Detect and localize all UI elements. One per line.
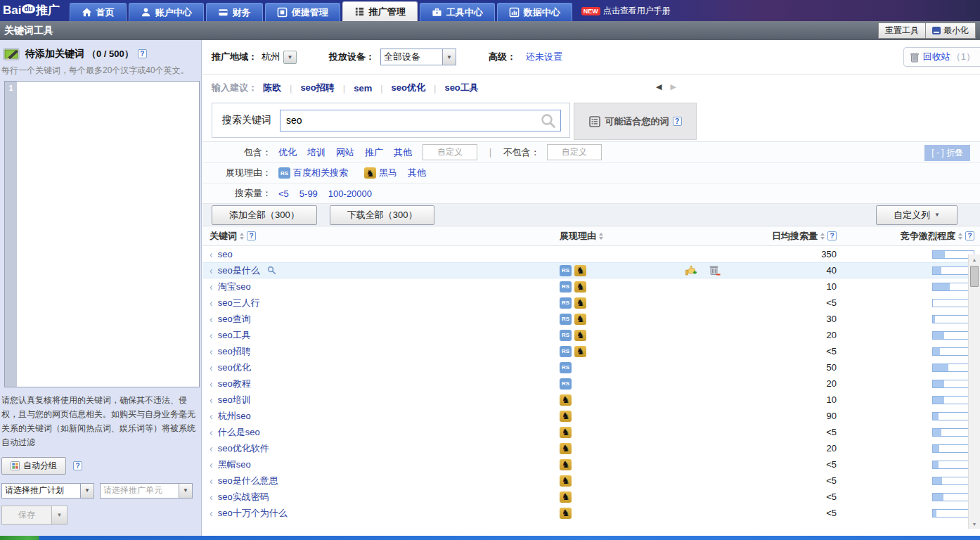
table-row[interactable]: ‹ 黑帽seo ♞ <5 (202, 456, 980, 472)
table-row[interactable]: ‹ 什么是seo ♞ <5 (202, 424, 980, 440)
help-icon[interactable]: ? (138, 49, 147, 58)
table-row[interactable]: ‹ seo是什么意思 ♞ <5 (202, 472, 980, 489)
help-icon[interactable]: ? (73, 461, 82, 470)
include-filter-link[interactable]: 网站 (336, 146, 354, 159)
sort-icon[interactable] (240, 233, 244, 240)
table-row[interactable]: ‹ seo实战密码 ♞ <5 (202, 489, 980, 505)
sort-icon[interactable] (599, 233, 603, 240)
add-all-button[interactable]: 添加全部（300） (212, 205, 317, 225)
keyword-link[interactable]: seo十万个为什么 (218, 507, 288, 520)
table-row[interactable]: ‹ seo培训 ♞ 10 (202, 392, 980, 408)
search-icon[interactable] (540, 112, 557, 129)
keyword-link[interactable]: seo (218, 249, 233, 259)
help-icon[interactable]: ? (965, 231, 974, 240)
tab-quick-manage[interactable]: 便捷管理 (265, 3, 340, 21)
keyword-link[interactable]: seo查询 (218, 313, 251, 326)
help-icon[interactable]: ? (827, 231, 837, 240)
keyword-link[interactable]: 什么是seo (218, 426, 260, 439)
table-row[interactable]: ‹ 杭州seo ♞ 90 (202, 408, 980, 424)
table-row[interactable]: ‹ seo三人行 RS ♞ <5 (202, 295, 980, 311)
chevron-left-icon: ‹ (209, 363, 213, 373)
collapse-button[interactable]: [ - ] 折叠 (924, 145, 970, 161)
suggestion-link[interactable]: seo招聘 (300, 82, 334, 94)
vertical-scrollbar[interactable]: ▲ ▼ (968, 255, 980, 529)
help-icon[interactable]: ? (673, 117, 682, 126)
pager-next-icon[interactable]: ▶ (670, 82, 676, 91)
region-dropdown-button[interactable]: ▼ (283, 51, 297, 64)
exclude-custom-button[interactable]: 自定义 (547, 144, 602, 160)
device-select[interactable]: 全部设备 ▼ (380, 49, 456, 65)
magnifier-icon[interactable] (267, 266, 276, 275)
table-row[interactable]: ‹ 淘宝seo RS ♞ 10 (202, 278, 980, 295)
reset-tool-button[interactable]: 重置工具 (878, 22, 926, 39)
reason-other-link[interactable]: 其他 (408, 167, 426, 179)
scroll-down-icon[interactable]: ▼ (969, 519, 980, 529)
suggestion-link[interactable]: seo优化 (392, 82, 425, 94)
custom-columns-button[interactable]: 自定义列 ▼ (876, 205, 958, 225)
search-input[interactable] (280, 110, 561, 131)
volume-filter-link[interactable]: 5-99 (299, 188, 318, 199)
keyword-link[interactable]: seo教程 (218, 378, 251, 390)
plan-select[interactable]: 请选择推广计划 ▼ (1, 483, 94, 499)
table-row[interactable]: ‹ seo 350 (202, 246, 980, 262)
reason-rs-link[interactable]: 百度相关搜索 (293, 167, 348, 179)
suggestion-link[interactable]: sem (354, 83, 372, 94)
keyword-link[interactable]: seo培训 (218, 394, 251, 406)
tab-account-center[interactable]: 账户中心 (129, 3, 204, 21)
include-custom-button[interactable]: 自定义 (423, 144, 477, 160)
suggestion-link[interactable]: 陈欧 (263, 82, 281, 94)
save-button[interactable]: 保存 (1, 506, 52, 525)
download-all-button[interactable]: 下载全部（300） (330, 205, 435, 225)
volume-filter-link[interactable]: 100-20000 (328, 188, 372, 199)
tab-tool-center[interactable]: 工具中心 (420, 3, 495, 21)
tab-data-center[interactable]: 数据中心 (497, 3, 572, 21)
keyword-link[interactable]: seo实战密码 (218, 491, 269, 503)
table-row[interactable]: ‹ seo工具 RS ♞ 20 (202, 327, 980, 343)
keyword-link[interactable]: seo招聘 (218, 345, 251, 358)
volume-filter-link[interactable]: <5 (278, 188, 289, 199)
pager-prev-icon[interactable]: ◀ (656, 82, 662, 91)
tab-suitable-words[interactable]: 可能适合您的词 ? (574, 103, 697, 140)
tab-promotion-manage[interactable]: 推广管理 (342, 1, 418, 21)
keyword-link[interactable]: seo是什么意思 (218, 475, 278, 487)
reason-horse-link[interactable]: 黑马 (379, 167, 397, 179)
advanced-not-set-link[interactable]: 还未设置 (526, 51, 562, 63)
sort-icon[interactable] (820, 233, 825, 240)
keyword-link[interactable]: 淘宝seo (218, 281, 251, 293)
table-row[interactable]: ‹ seo教程 RS 20 (202, 375, 980, 392)
user-manual-link[interactable]: 点击查看用户手册 (603, 5, 671, 17)
save-dropdown-button[interactable]: ▼ (52, 506, 67, 525)
keyword-link[interactable]: 黑帽seo (218, 458, 251, 471)
keyword-link[interactable]: seo优化软件 (218, 442, 269, 455)
keyword-textarea[interactable] (17, 82, 199, 387)
minimize-button[interactable]: 最小化 (926, 22, 976, 39)
keyword-link[interactable]: seo是什么 (218, 264, 260, 277)
keyword-link[interactable]: 杭州seo (218, 410, 251, 423)
include-filter-link[interactable]: 培训 (307, 146, 325, 159)
table-row[interactable]: ‹ seo优化 RS 50 (202, 359, 980, 375)
keyword-link[interactable]: seo三人行 (218, 297, 260, 309)
table-row[interactable]: ‹ seo是什么 RS ♞ 40 (202, 262, 980, 278)
keyword-link[interactable]: seo工具 (218, 329, 251, 342)
unit-select[interactable]: 请选择推广单元 ▼ (100, 483, 193, 499)
trash-remove-icon[interactable] (709, 264, 721, 276)
table-row[interactable]: ‹ seo招聘 RS ♞ <5 (202, 343, 980, 359)
include-filter-link[interactable]: 推广 (365, 146, 383, 159)
thumbs-up-add-icon[interactable] (685, 264, 697, 276)
auto-group-button[interactable]: 自动分组 (1, 457, 66, 475)
table-row[interactable]: ‹ seo十万个为什么 ♞ <5 (202, 505, 980, 521)
sort-icon[interactable] (958, 233, 962, 240)
help-icon[interactable]: ? (247, 231, 256, 240)
table-row[interactable]: ‹ seo优化软件 ♞ 20 (202, 440, 980, 456)
table-row[interactable]: ‹ seo查询 RS ♞ 30 (202, 311, 980, 327)
include-filter-link[interactable]: 其他 (394, 146, 412, 159)
include-filter-link[interactable]: 优化 (278, 146, 297, 159)
suggestion-link[interactable]: seo工具 (444, 82, 478, 94)
filter-include-row: 包含： 优化 培训 网站 推广 其他 自定义 ｜ 不包含： 自定义 (202, 142, 980, 162)
scrollbar-thumb[interactable] (970, 266, 979, 287)
tab-finance[interactable]: 财务 (206, 3, 263, 21)
scroll-up-icon[interactable]: ▲ (969, 255, 980, 264)
recycle-bin-button[interactable]: 回收站 （1） (903, 47, 980, 67)
keyword-link[interactable]: seo优化 (218, 361, 251, 374)
tab-home[interactable]: 首页 (70, 3, 127, 21)
